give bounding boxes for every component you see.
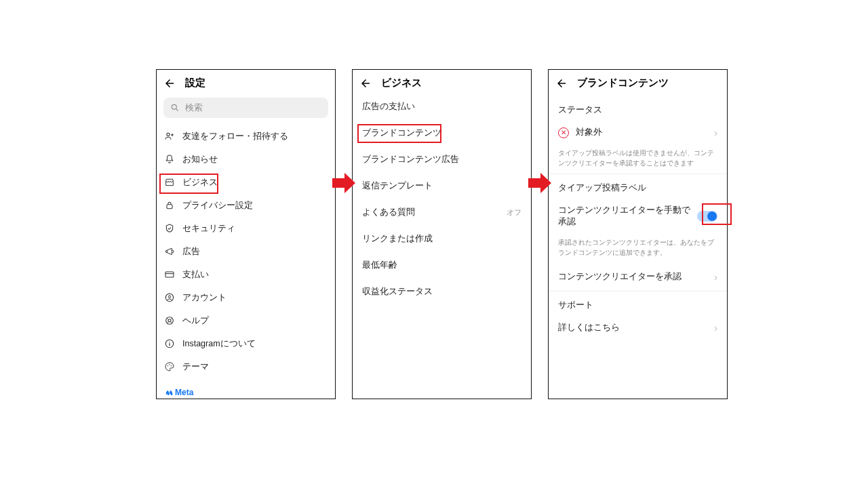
business-item-label: 広告の支払い (362, 101, 521, 113)
svg-point-13 (167, 365, 168, 366)
svg-line-1 (176, 109, 178, 111)
chevron-right-icon: › (714, 272, 717, 283)
search-input[interactable]: 検索 (163, 98, 328, 118)
back-icon[interactable] (163, 77, 176, 89)
svg-point-0 (172, 104, 176, 109)
settings-item-label: お知らせ (182, 154, 328, 165)
business-item[interactable]: リンクまたは作成 (353, 226, 531, 252)
manual-approve-toggle[interactable] (697, 211, 717, 222)
svg-marker-17 (528, 173, 551, 193)
back-icon[interactable] (359, 77, 372, 89)
support-section-label: サポート (549, 291, 727, 314)
chevron-right-icon: › (714, 127, 717, 138)
settings-item-help[interactable]: ヘルプ (157, 309, 335, 332)
svg-point-7 (168, 296, 170, 298)
settings-item-notifications[interactable]: お知らせ (157, 148, 335, 171)
svg-point-11 (169, 342, 170, 342)
manual-approve-row: コンテンツクリエイターを手動で承認 (549, 197, 727, 236)
chevron-right-icon: › (714, 323, 717, 333)
megaphone-icon (163, 245, 176, 258)
svg-point-15 (171, 365, 172, 366)
tieup-section-label: タイアップ投稿ラベル (549, 174, 727, 197)
business-item[interactable]: 広告の支払い (353, 94, 531, 120)
settings-item-label: ヘルプ (182, 315, 328, 327)
settings-item-label: 支払い (182, 269, 328, 281)
business-item[interactable]: 収益化ステータス (353, 279, 531, 305)
settings-item-account[interactable]: アカウント (157, 286, 335, 309)
business-item-label: 収益化ステータス (362, 286, 521, 298)
learn-more-row[interactable]: 詳しくはこちら › (549, 314, 727, 342)
business-item-label: ブランドコンテンツ (362, 127, 521, 139)
account-center-link[interactable]: アカウントセンター (157, 397, 335, 399)
settings-item-ads[interactable]: 広告 (157, 240, 335, 263)
arrow-icon (332, 173, 355, 193)
settings-item-business[interactable]: ビジネス (157, 171, 335, 194)
status-text: 対象外 (576, 127, 714, 138)
back-icon[interactable] (555, 77, 568, 89)
settings-item-label: 友達をフォロー・招待する (182, 131, 328, 142)
panel-header: ブランドコンテンツ (549, 70, 727, 94)
settings-panel: 設定 検索 友達をフォロー・招待する お知らせ ビジネス プライバシー設定 セキ… (156, 69, 336, 399)
bell-icon (163, 153, 176, 165)
settings-item-label: セキュリティ (182, 223, 328, 235)
status-row[interactable]: ✕ 対象外 › (549, 119, 727, 146)
panel-header: 設定 (157, 70, 335, 94)
settings-item-label: プライバシー設定 (182, 200, 328, 211)
settings-item-label: アカウント (182, 292, 328, 304)
lock-icon (163, 199, 176, 211)
business-item[interactable]: ブランドコンテンツ広告 (353, 146, 531, 173)
svg-point-14 (169, 364, 170, 365)
learn-more-label: 詳しくはこちら (558, 322, 714, 333)
business-item-value: オフ (507, 207, 521, 218)
business-item-label: リンクまたは作成 (362, 233, 521, 245)
business-item-label: 返信テンプレート (362, 180, 521, 192)
business-item[interactable]: よくある質問 オフ (353, 199, 531, 226)
page-title: ブランドコンテンツ (577, 77, 669, 89)
settings-item-about[interactable]: Instagramについて (157, 332, 335, 355)
meta-text: Meta (175, 388, 193, 397)
business-item-brand-content[interactable]: ブランドコンテンツ (353, 120, 531, 146)
page-title: ビジネス (381, 77, 422, 89)
svg-marker-16 (332, 173, 355, 193)
business-item[interactable]: 返信テンプレート (353, 173, 531, 199)
svg-rect-4 (165, 272, 174, 277)
shop-icon (163, 176, 176, 188)
settings-item-theme[interactable]: テーマ (157, 355, 335, 378)
svg-point-9 (168, 319, 171, 322)
settings-item-security[interactable]: セキュリティ (157, 217, 335, 240)
search-icon (170, 103, 180, 113)
business-item[interactable]: 最低年齢 (353, 252, 531, 279)
person-icon (163, 291, 176, 304)
meta-logo: Meta (157, 378, 335, 397)
toggle-label: コンテンツクリエイターを手動で承認 (558, 205, 697, 228)
palette-icon (163, 361, 176, 373)
card-icon (163, 268, 176, 281)
settings-item-label: 広告 (182, 246, 328, 258)
arrow-icon (528, 173, 551, 193)
svg-rect-3 (167, 205, 172, 209)
settings-item-label: テーマ (182, 361, 328, 373)
business-panel: ビジネス 広告の支払い ブランドコンテンツ ブランドコンテンツ広告 返信テンプレ… (352, 69, 532, 399)
approve-creators-row[interactable]: コンテンツクリエイターを承認 › (549, 263, 727, 291)
ineligible-icon: ✕ (558, 127, 569, 138)
settings-item-payments[interactable]: 支払い (157, 263, 335, 286)
settings-item-privacy[interactable]: プライバシー設定 (157, 194, 335, 217)
brand-content-panel: ブランドコンテンツ ステータス ✕ 対象外 › タイアップ投稿ラベルは使用できま… (548, 69, 728, 399)
business-item-label: ブランドコンテンツ広告 (362, 154, 521, 165)
settings-item-label: ビジネス (182, 177, 328, 188)
business-item-label: 最低年齢 (362, 260, 521, 271)
page-title: 設定 (185, 77, 205, 89)
person-plus-icon (163, 130, 176, 142)
search-placeholder: 検索 (185, 102, 203, 114)
shield-icon (163, 222, 176, 235)
panel-header: ビジネス (353, 70, 531, 94)
settings-item-label: Instagramについて (182, 338, 328, 350)
status-help: タイアップ投稿ラベルは使用できませんが、コンテンツクリエイターを承認することはで… (549, 146, 727, 174)
approve-label: コンテンツクリエイターを承認 (558, 271, 714, 283)
info-icon (163, 338, 176, 350)
toggle-help: 承認されたコンテンツクリエイターは、あなたをブランドコンテンツに追加できます。 (549, 236, 727, 263)
settings-item-follow[interactable]: 友達をフォロー・招待する (157, 125, 335, 148)
lifebuoy-icon (163, 314, 176, 327)
svg-point-2 (167, 133, 170, 136)
business-item-label: よくある質問 (362, 207, 500, 218)
